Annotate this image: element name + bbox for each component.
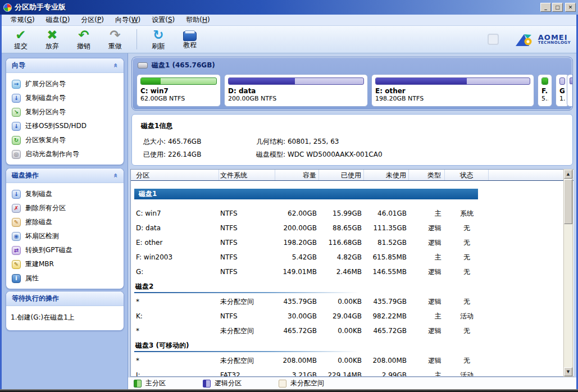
sidebar-item-label: 重建MBR xyxy=(25,259,54,269)
table-cell: 无 xyxy=(445,353,489,368)
convert-gpt-icon: ⇄ xyxy=(12,246,21,255)
menu-item-h[interactable]: 帮助(H) xyxy=(180,14,215,26)
delete-all-partitions-icon: ✗ xyxy=(12,204,21,213)
partition-box[interactable]: F...5.. xyxy=(538,74,552,107)
panel-title: 磁盘操作 xyxy=(12,171,113,180)
toolbar-button-label: 刷新 xyxy=(152,42,165,51)
partition-label: C: win7 xyxy=(140,87,217,95)
collapse-chevron-icon[interactable]: « xyxy=(111,63,120,67)
menu-item-p[interactable]: 分区(P) xyxy=(75,14,110,26)
table-row[interactable]: *未分配空间465.72GB0.00KB465.72GB逻辑无 xyxy=(131,323,574,338)
toolbar-button-tutorial-book[interactable]: 教程 xyxy=(174,26,206,53)
column-header[interactable]: 状态 xyxy=(445,170,489,180)
table-cell: 5.42GB xyxy=(275,250,319,265)
table-cell: 62.00GB xyxy=(275,206,319,221)
sidebar-item[interactable]: →扩展分区向导 xyxy=(12,77,121,91)
table-cell: C: win7 xyxy=(131,206,219,221)
table-cell: 无 xyxy=(445,265,489,279)
sidebar-item[interactable]: 1.创建(G:)在磁盘1上 xyxy=(11,311,120,325)
partition-box[interactable]: C: win762.00GB NTFS xyxy=(136,74,221,107)
sidebar-item[interactable]: ↓迁移OS到SSD/HDD xyxy=(12,119,121,133)
column-header[interactable]: 类型 xyxy=(409,170,445,180)
label: 几何结构: xyxy=(256,138,285,145)
sidebar-item[interactable]: i属性 xyxy=(12,271,121,285)
table-cell: NTFS xyxy=(219,309,275,323)
table-row[interactable]: *未分配空间208.00MB0.00KB208.00MB逻辑无 xyxy=(131,353,574,368)
discard-cross-icon: ✖ xyxy=(47,28,57,42)
disk-info-title: 磁盘1信息 xyxy=(141,121,572,131)
table-row[interactable]: C: win7NTFS62.00GB15.99GB46.01GB主系统 xyxy=(131,206,574,221)
column-header[interactable]: 文件系统 xyxy=(219,170,275,180)
sidebar-item[interactable]: ⇄转换到GPT磁盘 xyxy=(12,243,121,257)
table-cell: NTFS xyxy=(219,235,275,250)
table-row[interactable]: E: otherNTFS198.20GB116.68GB81.52GB逻辑无 xyxy=(131,235,574,250)
column-header[interactable]: 容量 xyxy=(275,170,319,180)
maximize-button[interactable]: □ xyxy=(552,3,563,12)
sidebar-item[interactable]: ✎擦除磁盘 xyxy=(12,215,121,229)
collapse-chevron-icon[interactable]: « xyxy=(111,173,120,177)
panel-pending-operations: 等待执行的操作 1.创建(G:)在磁盘1上 xyxy=(6,291,124,331)
toolbar-button-undo-arrow[interactable]: ↶撤销 xyxy=(68,26,99,53)
sidebar-item[interactable]: ✗删除所有分区 xyxy=(12,201,121,215)
close-button[interactable]: ✕ xyxy=(565,3,576,12)
table-cell: 198.20GB xyxy=(275,235,319,250)
scroll-up-icon[interactable]: ▲ xyxy=(564,170,572,179)
partition-box[interactable]: E: other198.20GB NTFS xyxy=(371,74,534,107)
table-cell: 主 xyxy=(409,250,445,265)
menu-item-s[interactable]: 设置(S) xyxy=(146,14,180,26)
toolbar-button-commit-check[interactable]: ✔提交 xyxy=(5,26,37,53)
table-row[interactable]: G:NTFS149.01MB2.46MB146.55MB逻辑无 xyxy=(131,265,574,279)
sidebar-item[interactable]: ↘复制分区向导 xyxy=(12,105,121,119)
toolbar-button-refresh[interactable]: ↻刷新 xyxy=(143,26,174,53)
table-row[interactable]: *未分配空间435.79GB0.00KB435.79GB逻辑无 xyxy=(131,294,574,309)
table-cell: 逻辑 xyxy=(409,294,445,309)
panel-title: 向导 xyxy=(12,61,113,70)
disk-group-header[interactable]: 磁盘3 (可移动的) xyxy=(134,340,478,351)
sidebar-item-label: 复制磁盘 xyxy=(25,189,52,199)
scrollbar-thumb[interactable] xyxy=(564,179,572,224)
table-cell: 982.22MB xyxy=(364,309,409,323)
disk-model: 磁盘模型: WDC WD5000AAKX-001CA0 xyxy=(256,148,383,161)
toolbar-button-redo-arrow[interactable]: ↷重做 xyxy=(99,26,131,53)
sidebar-item[interactable]: ↓复制磁盘向导 xyxy=(12,91,121,105)
scroll-down-icon[interactable]: ▼ xyxy=(564,367,572,376)
partition-box[interactable]: D: data200.00GB NTFS xyxy=(224,74,368,107)
panel-disk-operations: 磁盘操作 « ↓复制磁盘✗删除所有分区✎擦除磁盘◉坏扇区检测⇄转换到GPT磁盘✎… xyxy=(6,168,124,289)
column-header[interactable]: 分区 xyxy=(131,170,219,180)
table-row[interactable]: I:FAT323.21GB229.14MB2.99GB主活动 xyxy=(131,368,574,377)
bootable-cd-icon: ◎ xyxy=(12,150,21,159)
sidebar-item[interactable]: ↓复制磁盘 xyxy=(12,187,121,201)
sidebar-item[interactable]: ✎重建MBR xyxy=(12,257,121,271)
partition-size: 200.00GB NTFS xyxy=(228,95,364,102)
table-cell: 无 xyxy=(445,323,489,338)
menu-item-g[interactable]: 常规(G) xyxy=(5,14,40,26)
aomei-logo-icon xyxy=(515,32,535,47)
wipe-disk-icon: ✎ xyxy=(12,218,21,227)
column-header[interactable]: 未使用 xyxy=(364,170,409,180)
table-cell: 0.00KB xyxy=(319,294,364,309)
table-scrollbar[interactable]: ▲ ▼ xyxy=(563,169,573,377)
panel-disk-operations-header[interactable]: 磁盘操作 « xyxy=(6,168,124,183)
commit-check-icon: ✔ xyxy=(15,28,26,42)
toolbar-button-discard-cross[interactable]: ✖放弃 xyxy=(37,26,68,53)
table-cell: 主 xyxy=(409,309,445,323)
menu-bar: 常规(G)磁盘(D)分区(P)向导(W)设置(S)帮助(H) xyxy=(2,15,576,26)
panel-disk-operations-items: ↓复制磁盘✗删除所有分区✎擦除磁盘◉坏扇区检测⇄转换到GPT磁盘✎重建MBRi属… xyxy=(6,183,124,289)
sidebar-item-label: 删除所有分区 xyxy=(25,203,66,213)
disk-group-header[interactable]: 磁盘2 xyxy=(134,281,478,292)
sidebar-item-label: 扩展分区向导 xyxy=(25,79,66,89)
table-cell: 逻辑 xyxy=(409,221,445,235)
column-header[interactable]: 已使用 xyxy=(319,170,364,180)
menu-item-d[interactable]: 磁盘(D) xyxy=(40,14,76,26)
disk-group-header-selected[interactable]: 磁盘1 xyxy=(134,189,478,199)
sidebar-item[interactable]: ◉坏扇区检测 xyxy=(12,229,121,243)
sidebar-item[interactable]: ◎启动光盘制作向导 xyxy=(12,147,121,161)
minimize-button[interactable]: _ xyxy=(540,3,551,12)
table-cell: K: xyxy=(131,309,219,323)
table-row[interactable]: F: win2003NTFS5.42GB4.82GB615.85MB主无 xyxy=(131,250,574,265)
menu-item-w[interactable]: 向导(W) xyxy=(110,14,146,26)
sidebar-item[interactable]: ↻分区恢复向导 xyxy=(12,133,121,147)
table-row[interactable]: K:NTFS30.00GB29.04GB982.22MB主活动 xyxy=(131,309,574,323)
panel-wizard-header[interactable]: 向导 « xyxy=(6,58,124,73)
table-row[interactable]: D: dataNTFS200.00GB88.65GB111.35GB逻辑无 xyxy=(131,221,574,235)
